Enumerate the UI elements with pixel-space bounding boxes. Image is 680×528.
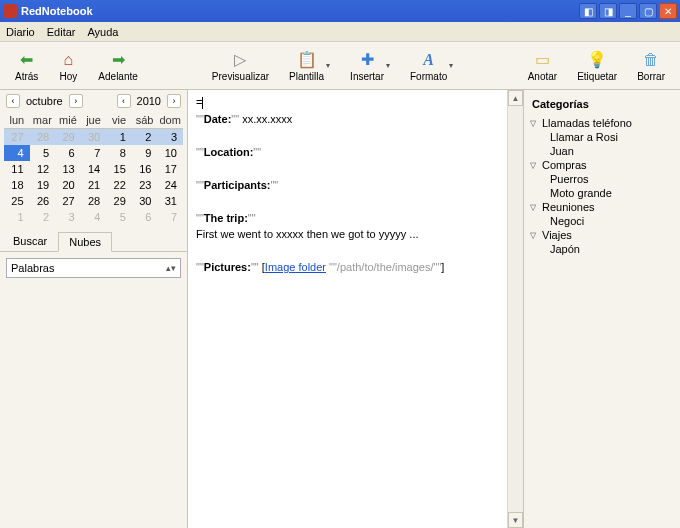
calendar-day[interactable]: 1 (4, 209, 30, 225)
back-button[interactable]: ⬅Atrás (8, 47, 45, 85)
calendar-day[interactable]: 29 (106, 193, 132, 209)
calendar-day[interactable]: 13 (55, 161, 81, 177)
calendar-day[interactable]: 12 (30, 161, 56, 177)
calendar-day[interactable]: 4 (81, 209, 107, 225)
calendar-day[interactable]: 2 (132, 129, 158, 146)
calendar-day[interactable]: 31 (157, 193, 183, 209)
calendar-day[interactable]: 9 (132, 145, 158, 161)
clipboard-icon: 📋 (297, 50, 317, 70)
image-folder-link[interactable]: Image folder (265, 261, 326, 273)
calendar-day[interactable]: 5 (30, 145, 56, 161)
category-item[interactable]: ▽Viajes (528, 228, 676, 242)
month-label[interactable]: octubre (26, 95, 63, 107)
calendar-day[interactable]: 11 (4, 161, 30, 177)
window-extra1-button[interactable]: ◧ (579, 3, 597, 19)
plus-icon: ✚ (357, 50, 377, 70)
category-item[interactable]: ▽Compras (528, 158, 676, 172)
calendar-day[interactable]: 7 (157, 209, 183, 225)
calendar-day[interactable]: 18 (4, 177, 30, 193)
menubar: Diario Editar Ayuda (0, 22, 680, 42)
next-year-button[interactable]: › (167, 94, 181, 108)
chevron-down-icon: ▾ (386, 61, 390, 70)
category-item[interactable]: ▽Llamadas teléfono (528, 116, 676, 130)
calendar-day[interactable]: 15 (106, 161, 132, 177)
forward-button[interactable]: ➡Adelante (91, 47, 144, 85)
format-button[interactable]: AFormato▾ (403, 47, 460, 85)
dow-header: dom (157, 112, 183, 129)
calendar-day[interactable]: 21 (81, 177, 107, 193)
menu-ayuda[interactable]: Ayuda (87, 26, 118, 38)
calendar-day[interactable]: 4 (4, 145, 30, 161)
home-icon: ⌂ (58, 50, 78, 70)
calendar-day[interactable]: 27 (55, 193, 81, 209)
chevron-updown-icon: ▴▾ (166, 263, 176, 273)
calendar-day[interactable]: 28 (81, 193, 107, 209)
calendar-day[interactable]: 5 (106, 209, 132, 225)
window-extra2-button[interactable]: ◨ (599, 3, 617, 19)
editor-pane[interactable]: = ""Date:"" xx.xx.xxxx ""Location:"" ""P… (188, 90, 524, 528)
category-child[interactable]: Negoci (528, 214, 676, 228)
calendar-day[interactable]: 6 (132, 209, 158, 225)
calendar-day[interactable]: 1 (106, 129, 132, 146)
today-button[interactable]: ⌂Hoy (51, 47, 85, 85)
calendar-day[interactable]: 23 (132, 177, 158, 193)
calendar-day[interactable]: 30 (132, 193, 158, 209)
tab-buscar[interactable]: Buscar (2, 231, 58, 251)
calendar-day[interactable]: 26 (30, 193, 56, 209)
words-combo[interactable]: Palabras ▴▾ (6, 258, 181, 278)
calendar-day[interactable]: 24 (157, 177, 183, 193)
calendar-day[interactable]: 25 (4, 193, 30, 209)
delete-button[interactable]: 🗑Borrar (630, 47, 672, 85)
insert-button[interactable]: ✚Insertar▾ (343, 47, 397, 85)
editor-scrollbar[interactable]: ▲ ▼ (507, 90, 523, 528)
preview-button[interactable]: ▷Previsualizar (205, 47, 276, 85)
menu-diario[interactable]: Diario (6, 26, 35, 38)
menu-editar[interactable]: Editar (47, 26, 76, 38)
category-child[interactable]: Puerros (528, 172, 676, 186)
calendar-day[interactable]: 16 (132, 161, 158, 177)
category-child[interactable]: Juan (528, 144, 676, 158)
close-button[interactable]: ✕ (659, 3, 677, 19)
next-month-button[interactable]: › (69, 94, 83, 108)
calendar-day[interactable]: 2 (30, 209, 56, 225)
template-button[interactable]: 📋Plantilla▾ (282, 47, 337, 85)
arrow-right-icon: ➡ (108, 50, 128, 70)
scroll-up-icon[interactable]: ▲ (508, 90, 523, 106)
calendar-day[interactable]: 27 (4, 129, 30, 146)
category-child[interactable]: Llamar a Rosi (528, 130, 676, 144)
tab-nubes[interactable]: Nubes (58, 232, 112, 252)
calendar-day[interactable]: 29 (55, 129, 81, 146)
calendar[interactable]: lunmarmiéjueviesábdom2728293012345678910… (0, 112, 187, 225)
calendar-day[interactable]: 28 (30, 129, 56, 146)
maximize-button[interactable]: ▢ (639, 3, 657, 19)
titlebar: RedNotebook ◧ ◨ _ ▢ ✕ (0, 0, 680, 22)
category-child[interactable]: Moto grande (528, 186, 676, 200)
calendar-day[interactable]: 3 (157, 129, 183, 146)
calendar-day[interactable]: 7 (81, 145, 107, 161)
dow-header: mié (55, 112, 81, 129)
tag-button[interactable]: 💡Etiquetar (570, 47, 624, 85)
categories-pane: Categorías ▽Llamadas teléfonoLlamar a Ro… (524, 90, 680, 528)
calendar-day[interactable]: 14 (81, 161, 107, 177)
calendar-day[interactable]: 22 (106, 177, 132, 193)
calendar-day[interactable]: 30 (81, 129, 107, 146)
triangle-down-icon: ▽ (530, 203, 540, 212)
calendar-day[interactable]: 8 (106, 145, 132, 161)
calendar-day[interactable]: 20 (55, 177, 81, 193)
calendar-day[interactable]: 17 (157, 161, 183, 177)
scroll-down-icon[interactable]: ▼ (508, 512, 523, 528)
minimize-button[interactable]: _ (619, 3, 637, 19)
calendar-day[interactable]: 6 (55, 145, 81, 161)
play-icon: ▷ (230, 50, 250, 70)
category-child[interactable]: Japón (528, 242, 676, 256)
prev-month-button[interactable]: ‹ (6, 94, 20, 108)
dow-header: lun (4, 112, 30, 129)
year-label[interactable]: 2010 (137, 95, 161, 107)
calendar-day[interactable]: 19 (30, 177, 56, 193)
annotate-button[interactable]: ▭Anotar (521, 47, 564, 85)
prev-year-button[interactable]: ‹ (117, 94, 131, 108)
calendar-day[interactable]: 3 (55, 209, 81, 225)
category-item[interactable]: ▽Reuniones (528, 200, 676, 214)
editor-content[interactable]: = ""Date:"" xx.xx.xxxx ""Location:"" ""P… (196, 94, 515, 276)
calendar-day[interactable]: 10 (157, 145, 183, 161)
